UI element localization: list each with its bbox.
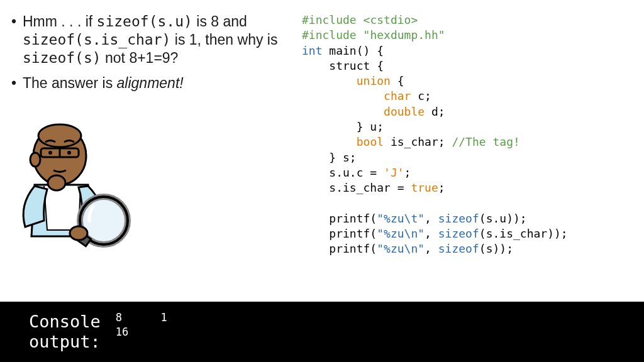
text: Hmm . . . if: [23, 13, 97, 30]
tok: (s.is_char));: [479, 227, 568, 240]
text: The answer is: [23, 75, 117, 91]
tok: s.u.c =: [302, 166, 384, 179]
emphasis: alignment!: [117, 75, 184, 91]
tok: } u;: [302, 120, 384, 133]
tok: sizeof: [438, 212, 479, 225]
thinking-person-icon: [0, 111, 145, 261]
tok: } s;: [302, 151, 357, 164]
tok: ,: [425, 242, 438, 255]
tok: "hexdump.hh": [364, 28, 445, 41]
tok: {: [391, 74, 404, 87]
console-output: 8 1 16: [101, 302, 167, 362]
tok: 'J': [384, 166, 404, 179]
svg-point-1: [38, 124, 81, 147]
tok: sizeof: [438, 227, 479, 240]
bullet-1: Hmm . . . if sizeof(s.u) is 8 and sizeof…: [23, 13, 296, 67]
tok: char: [384, 89, 411, 102]
svg-point-12: [70, 226, 87, 240]
tok: <cstdio>: [364, 13, 418, 26]
code-inline: sizeof(s): [23, 50, 101, 66]
svg-point-4: [48, 151, 52, 155]
tok: true: [411, 181, 438, 194]
tok: //The tag!: [452, 135, 519, 148]
code-inline: sizeof(s.is_char): [23, 31, 170, 48]
tok: ,: [425, 212, 438, 225]
tok: s.is_char =: [302, 181, 411, 194]
tok: #include: [302, 28, 364, 41]
tok: union: [357, 74, 391, 87]
tok: d;: [425, 105, 445, 118]
tok: int: [302, 44, 323, 57]
tok: printf(: [302, 242, 377, 255]
tok: (s));: [479, 242, 513, 255]
svg-point-5: [67, 151, 71, 155]
code-inline: sizeof(s.u): [97, 13, 192, 30]
text: not 8+1=9?: [101, 50, 179, 66]
tok: sizeof: [438, 242, 479, 255]
tok: "%zu\n": [377, 242, 425, 255]
tok: #include: [302, 13, 364, 26]
svg-point-7: [48, 175, 65, 190]
tok: "%zu\t": [377, 212, 425, 225]
text: is 1, then why is: [170, 31, 277, 48]
tok: is_char;: [384, 135, 452, 148]
code-block: #include <cstdio> #include "hexdump.hh" …: [302, 13, 644, 257]
text: is 8 and: [192, 13, 247, 30]
console-label: Console output:: [0, 302, 101, 362]
tok: bool: [357, 135, 384, 148]
tok: struct {: [302, 59, 384, 72]
tok: printf(: [302, 227, 377, 240]
tok: ,: [425, 227, 438, 240]
tok: "%zu\n": [377, 227, 425, 240]
tok: main() {: [323, 44, 384, 57]
console-bar: Console output: 8 1 16: [0, 302, 644, 362]
tok: c;: [411, 89, 431, 102]
tok: double: [384, 105, 425, 118]
svg-point-6: [30, 153, 40, 167]
tok: ;: [404, 166, 411, 179]
tok: (s.u));: [479, 212, 527, 225]
tok: ;: [438, 181, 445, 194]
bullet-2: The answer is alignment!: [23, 74, 296, 92]
tok: printf(: [302, 212, 377, 225]
